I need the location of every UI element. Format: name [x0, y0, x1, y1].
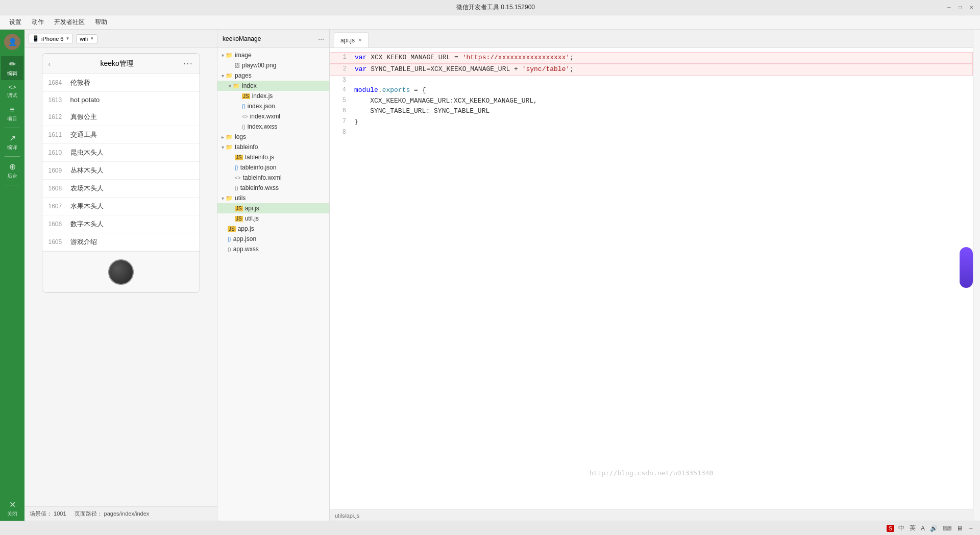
purple-button[interactable] [960, 247, 973, 288]
item-id: 1608 [48, 185, 66, 192]
tab-close-button[interactable]: ✕ [358, 37, 362, 43]
file-name: app.wxss [233, 246, 259, 253]
tree-item-pages[interactable]: ▾ 📁 pages [217, 70, 329, 81]
minimize-button[interactable]: ─ [945, 4, 952, 11]
menu-dev-community[interactable]: 开发者社区 [50, 17, 89, 28]
list-item[interactable]: 1611交通工具 [42, 126, 200, 144]
sidebar-item-project[interactable]: ≡ 项目 [1, 102, 23, 126]
sidebar-item-compile[interactable]: ↗ 编译 [1, 130, 23, 154]
tree-item-index-js[interactable]: JS index.js [217, 91, 329, 101]
tree-item-index-wxss[interactable]: () index.wxss [217, 121, 329, 132]
folder-icon: 📁 [226, 144, 233, 151]
screen-icon[interactable]: 🖥 [955, 524, 964, 533]
tree-item-api-js[interactable]: JS api.js [217, 203, 329, 213]
title-bar: 微信开发者工具 0.15.152900 ─ □ ✕ [0, 0, 980, 15]
main-container: 👤 ✏ 编辑 <> 调试 ≡ 项目 ↗ 编译 ⊕ 后台 ✕ 关闭 [0, 30, 980, 521]
sidebar-item-backend[interactable]: ⊕ 后台 [1, 159, 23, 183]
file-name: utils [235, 194, 246, 202]
tree-item-tableinfo[interactable]: ▾ 📁 tableinfo [217, 142, 329, 152]
sidebar-divider [5, 128, 20, 128]
line-number: 8 [334, 128, 346, 137]
sidebar-divider-2 [5, 156, 20, 157]
list-item[interactable]: 1612真假公主 [42, 108, 200, 126]
sidebar-item-close[interactable]: ✕ 关闭 [1, 497, 23, 521]
right-scrollbar[interactable] [973, 30, 980, 521]
list-item[interactable]: 1609丛林木头人 [42, 162, 200, 180]
caps-icon[interactable]: A [920, 524, 926, 533]
phone-container: ‹ keeko管理 ··· 1684伦敦桥1613hot potato1612真… [24, 48, 217, 506]
item-label: 真假公主 [70, 112, 97, 121]
editor-tabs: api.js ✕ [330, 30, 973, 48]
list-item[interactable]: 1684伦敦桥 [42, 74, 200, 92]
file-name: tableinfo.wxml [243, 174, 282, 181]
list-item[interactable]: 1607水果木头人 [42, 198, 200, 215]
sidebar-divider-3 [5, 185, 20, 185]
line-number: 3 [334, 76, 346, 85]
tree-item-index-wxml[interactable]: <> index.wxml [217, 111, 329, 121]
chevron-icon: ▾ [222, 144, 224, 150]
list-item[interactable]: 1608农场木头人 [42, 180, 200, 198]
keyboard-icon[interactable]: ⌨ [942, 524, 952, 533]
list-item[interactable]: 1605游戏介绍 [42, 233, 200, 251]
item-label: 数字木头人 [70, 220, 104, 229]
menu-actions[interactable]: 动作 [28, 17, 48, 28]
network-label: wifi [80, 36, 88, 42]
sidebar-item-edit[interactable]: ✏ 编辑 [1, 56, 23, 80]
file-tree-header: keekoManage ··· [217, 30, 329, 48]
line-text: } [354, 117, 358, 128]
tree-item-utils[interactable]: ▾ 📁 utils [217, 193, 329, 203]
left-sidebar: 👤 ✏ 编辑 <> 调试 ≡ 项目 ↗ 编译 ⊕ 后台 ✕ 关闭 [0, 30, 24, 521]
menu-help[interactable]: 帮助 [91, 17, 111, 28]
close-button[interactable]: ✕ [968, 4, 975, 11]
menu-settings[interactable]: 设置 [5, 17, 26, 28]
restore-button[interactable]: □ [957, 4, 964, 11]
file-path-label: utils/api.js [335, 513, 359, 519]
editor-watermark: http://blog.csdn.net/u013351340 [590, 468, 714, 479]
phone-more-icon[interactable]: ··· [183, 59, 193, 68]
list-item[interactable]: 1610昆虫木头人 [42, 144, 200, 162]
tree-item-logs[interactable]: ▸ 📁 logs [217, 132, 329, 142]
device-selector[interactable]: 📱 iPhone 6 ▼ [29, 34, 73, 43]
tree-item-app-wxss[interactable]: () app.wxss [217, 244, 329, 254]
edit-icon: ✏ [9, 59, 16, 69]
tree-item-tableinfo-json[interactable]: {} tableinfo.json [217, 162, 329, 173]
item-label: 交通工具 [70, 130, 97, 139]
volume-icon[interactable]: 🔊 [929, 524, 939, 533]
arrow-icon[interactable]: → [967, 524, 975, 533]
editor-tab-api-js[interactable]: api.js ✕ [334, 32, 369, 47]
tree-item-util-js[interactable]: JS util.js [217, 213, 329, 224]
tree-item-tableinfo-wxss[interactable]: () tableinfo.wxss [217, 183, 329, 193]
sidebar-item-debug[interactable]: <> 调试 [1, 80, 23, 102]
sidebar-edit-label: 编辑 [7, 70, 17, 77]
tree-item-app-json[interactable]: {} app.json [217, 234, 329, 244]
file-tree-more-icon[interactable]: ··· [318, 35, 324, 43]
tree-item-tableinfo-js[interactable]: JS tableinfo.js [217, 152, 329, 162]
network-selector[interactable]: wifi ▼ [76, 34, 97, 43]
lang-en-icon[interactable]: 英 [909, 523, 917, 533]
device-toolbar: 📱 iPhone 6 ▼ wifi ▼ [24, 30, 217, 48]
lang-cn-icon[interactable]: 中 [897, 523, 905, 533]
item-id: 1610 [48, 149, 66, 156]
list-item[interactable]: 1606数字木头人 [42, 215, 200, 233]
list-item[interactable]: 1613hot potato [42, 92, 200, 108]
tree-item-index-folder[interactable]: ▾ 📁 index [217, 81, 329, 91]
tree-item-index-json[interactable]: {} index.json [217, 101, 329, 111]
code-line-3: 3 [330, 76, 973, 85]
item-id: 1611 [48, 131, 66, 138]
project-icon: ≡ [10, 105, 14, 114]
file-tree-title: keekoManage [223, 35, 261, 42]
code-line-6: 6 SYNC_TABLE_URL: SYNC_TABLE_URL [330, 106, 973, 117]
tree-item-playw00[interactable]: 🖼 playw00.png [217, 60, 329, 70]
file-name: playw00.png [242, 62, 276, 69]
item-label: 农场木头人 [70, 184, 104, 193]
bottom-icons: S 中 英 A 🔊 ⌨ 🖥 → [887, 523, 975, 533]
tree-item-tableinfo-wxml[interactable]: <> tableinfo.wxml [217, 173, 329, 183]
string-value: 'https://xxxxxxxxxxxxxxxxx' [462, 54, 570, 61]
file-name: index.js [252, 92, 273, 100]
tree-item-app-js[interactable]: JS app.js [217, 224, 329, 234]
item-id: 1684 [48, 79, 66, 86]
item-label: 昆虫木头人 [70, 148, 104, 157]
phone-footer [42, 251, 200, 292]
window-controls[interactable]: ─ □ ✕ [945, 4, 975, 11]
tree-item-image[interactable]: ▾ 📁 image [217, 50, 329, 60]
